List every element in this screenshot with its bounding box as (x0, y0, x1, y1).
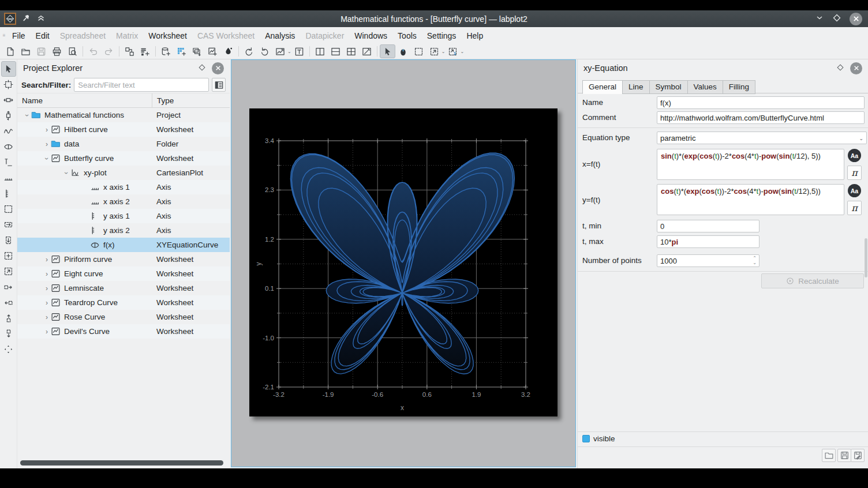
view-details-button[interactable] (212, 78, 226, 92)
crosshair-button[interactable] (1, 77, 16, 92)
y-axis-button[interactable] (1, 186, 16, 201)
menu-item-help[interactable]: Help (461, 29, 488, 43)
column-header-type[interactable]: Type (152, 93, 230, 107)
save-as-template-button[interactable] (851, 449, 865, 462)
xy-curve-button[interactable] (1, 123, 16, 139)
document-new-button[interactable] (2, 44, 18, 58)
horizontal-scrollbar[interactable] (20, 460, 223, 466)
save-template-button[interactable] (837, 449, 851, 462)
visible-checkbox-row[interactable]: visible (582, 434, 615, 443)
maximize-diamond-icon[interactable] (832, 13, 841, 24)
float-dock-icon[interactable] (198, 63, 206, 73)
tmax-field[interactable]: 10*pi (657, 235, 760, 248)
zoom-select-y-button[interactable] (1, 232, 16, 248)
zoom-select-x-button[interactable] (1, 217, 16, 232)
document-print-button[interactable] (49, 44, 65, 58)
resize-horizontal-button[interactable] (1, 92, 16, 108)
expander-icon[interactable]: › (43, 270, 51, 278)
butterfly-plot[interactable]: -3.23.4-1.92.3-0.61.20.60.11.9-1.03.2-2.… (249, 108, 558, 416)
pin-icon[interactable] (22, 14, 31, 24)
tree-row[interactable]: › Eight curve Worksheet (17, 266, 230, 281)
column-header-name[interactable]: Name (17, 96, 152, 105)
tree-row[interactable]: x axis 2 Axis (17, 194, 230, 209)
shift-down-button[interactable] (1, 326, 16, 341)
close-dock-icon[interactable] (850, 62, 862, 74)
dropdown-arrow-icon[interactable]: ⌄ (442, 49, 446, 54)
rotate-right-button[interactable] (257, 44, 272, 58)
spinbox-arrows-icon[interactable]: ⌃⌄ (753, 256, 757, 265)
equation-type-select[interactable]: parametric ⌄ (657, 132, 867, 144)
tab-values[interactable]: Values (687, 80, 723, 94)
close-window-icon[interactable] (850, 13, 862, 25)
comment-field[interactable] (657, 111, 865, 124)
visible-checkbox[interactable] (582, 435, 590, 442)
tree-row[interactable]: x axis 1 Axis (17, 180, 230, 194)
tab-symbol[interactable]: Symbol (649, 80, 687, 94)
document-save-button[interactable] (33, 44, 49, 58)
dropdown-arrow-icon[interactable]: ⌄ (460, 49, 464, 54)
rotate-left-button[interactable] (241, 44, 257, 58)
select-pointer-button[interactable] (380, 44, 395, 58)
name-field[interactable] (657, 96, 865, 109)
new-notes-button[interactable] (137, 44, 153, 58)
navigate-button[interactable] (395, 44, 411, 58)
expander-icon[interactable]: › (62, 169, 70, 177)
layout-vertical-button[interactable] (312, 44, 328, 58)
tree-row[interactable]: f(x) XYEquationCurve (17, 238, 230, 252)
xy-equation-curve-button[interactable] (1, 139, 16, 155)
constants-pi-button[interactable]: π (847, 201, 862, 215)
menu-item-cas-worksheet[interactable]: CAS Worksheet (192, 29, 260, 43)
minimize-icon[interactable] (815, 13, 824, 24)
tree-row[interactable]: › Rose Curve Worksheet (17, 310, 230, 324)
tree-row[interactable]: › Devil's Curve Worksheet (17, 324, 230, 339)
menu-item-windows[interactable]: Windows (349, 29, 392, 43)
x-equation-field[interactable]: sin(t)*(exp(cos(t))-2*cos(4*t)-pow(sin(t… (657, 149, 844, 180)
export-plot-button[interactable] (272, 44, 288, 58)
tree-row[interactable]: › Butterfly curve Worksheet (17, 151, 230, 166)
expander-icon[interactable]: › (43, 284, 51, 292)
text-format-button[interactable]: Aa (848, 149, 861, 162)
zoom-in-button[interactable] (1, 248, 16, 264)
search-input[interactable] (74, 78, 209, 92)
axis-title-button[interactable] (1, 155, 16, 170)
menu-item-edit[interactable]: Edit (31, 29, 55, 43)
zoom-select-button[interactable] (1, 201, 16, 217)
dropdown-arrow-icon[interactable]: ⌄ (287, 49, 291, 54)
y-equation-field[interactable]: cos(t)*(exp(cos(t))-2*cos(4*t)-pow(sin(t… (657, 184, 844, 215)
text-format-button[interactable]: Aa (848, 184, 861, 197)
expander-icon[interactable]: › (43, 140, 51, 148)
expander-icon[interactable]: › (23, 111, 31, 119)
shade-window-icon[interactable] (36, 13, 46, 24)
tree-row[interactable]: › xy-plot CartesianPlot (17, 166, 230, 180)
new-matrix-button[interactable] (174, 44, 189, 58)
tmin-field[interactable] (657, 220, 760, 232)
close-dock-icon[interactable] (212, 62, 224, 74)
constants-pi-button[interactable]: π (847, 166, 862, 180)
expander-icon[interactable]: › (43, 328, 51, 336)
tree-row[interactable]: › Piriform curve Worksheet (17, 252, 230, 266)
tab-line[interactable]: Line (622, 80, 649, 94)
tree-row[interactable]: › data Folder (17, 137, 230, 151)
menu-item-tools[interactable]: Tools (392, 29, 422, 43)
tree-row[interactable]: y axis 2 Axis (17, 223, 230, 238)
shift-left-button[interactable] (1, 295, 16, 310)
menu-item-settings[interactable]: Settings (422, 29, 462, 43)
vertical-scrollbar[interactable] (865, 238, 867, 277)
tree-row[interactable]: › Teardrop Curve Worksheet (17, 295, 230, 310)
edit-undo-button[interactable] (85, 44, 101, 58)
points-spinbox[interactable]: 1000 ⌃⌄ (657, 254, 760, 267)
tree-row[interactable]: › Hilbert curve Worksheet (17, 122, 230, 137)
new-worksheet-button[interactable] (205, 44, 220, 58)
tree-row[interactable]: › Lemniscate Worksheet (17, 281, 230, 295)
resize-vertical-button[interactable] (1, 108, 16, 123)
scale-arrows-button[interactable] (1, 341, 16, 357)
menu-item-worksheet[interactable]: Worksheet (143, 29, 192, 43)
worksheet-view[interactable]: -3.23.4-1.92.3-0.61.20.60.11.9-1.03.2-2.… (231, 59, 576, 467)
tree-row[interactable]: y axis 1 Axis (17, 209, 230, 223)
tree-header[interactable]: Name Type (17, 93, 230, 108)
menu-item-analysis[interactable]: Analysis (260, 29, 300, 43)
labplot-app-icon[interactable] (4, 13, 16, 25)
tab-general[interactable]: General (582, 80, 622, 94)
print-preview-button[interactable] (65, 44, 80, 58)
new-workbook-button[interactable] (122, 44, 137, 58)
